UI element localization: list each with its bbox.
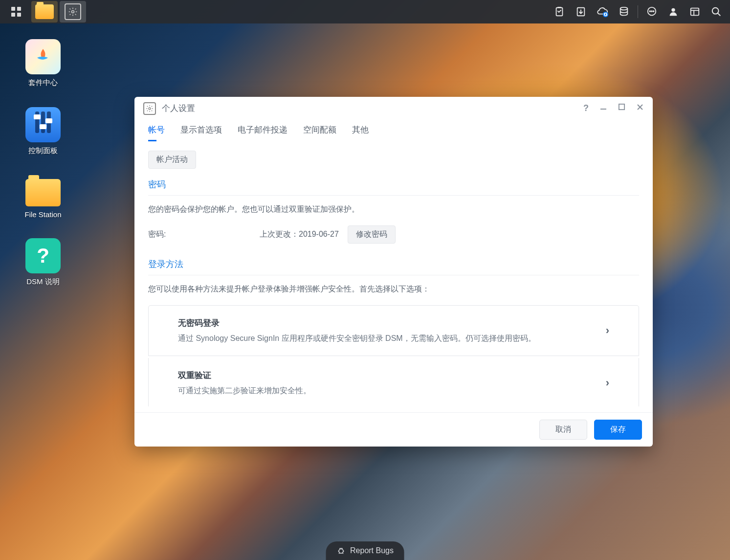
report-bugs-button[interactable]: Report Bugs xyxy=(326,541,404,560)
signin-methods-list: 无密码登录 通过 Synology Secure SignIn 应用程序或硬件安… xyxy=(148,305,639,406)
window-body: 帐户活动 密码 您的密码会保护您的帐户。您也可以通过双重验证加强保护。 密码: … xyxy=(134,142,653,406)
svg-point-8 xyxy=(620,7,628,10)
svg-point-11 xyxy=(651,11,652,12)
divider xyxy=(148,195,639,196)
tab-email[interactable]: 电子邮件投递 xyxy=(238,124,288,141)
svg-rect-3 xyxy=(17,13,21,17)
taskbar-personal-settings[interactable] xyxy=(60,1,86,22)
signin-method-title: 双重验证 xyxy=(178,370,606,381)
package-center-icon xyxy=(25,39,61,74)
settings-tabs: 帐号 显示首选项 电子邮件投递 空间配额 其他 xyxy=(134,120,653,142)
taskbar-storage-icon[interactable] xyxy=(613,1,635,22)
report-bugs-label: Report Bugs xyxy=(350,546,394,555)
minimize-button[interactable] xyxy=(599,103,607,113)
password-section-title: 密码 xyxy=(148,179,639,190)
chevron-right-icon: › xyxy=(606,377,609,389)
cancel-button[interactable]: 取消 xyxy=(539,420,587,440)
taskbar-separator xyxy=(638,5,638,18)
window-footer: 取消 保存 xyxy=(134,412,653,447)
taskbar xyxy=(0,0,730,23)
desktop-icon-file-station[interactable]: File Station xyxy=(19,175,67,219)
password-section-desc: 您的密码会保护您的帐户。您也可以通过双重验证加强保护。 xyxy=(148,204,639,215)
tab-quota[interactable]: 空间配额 xyxy=(303,124,336,141)
svg-line-18 xyxy=(718,13,721,16)
window-titlebar[interactable]: 个人设置 ? xyxy=(134,97,653,120)
desktop-icon-control-panel[interactable]: .ctrl-panel .slider:nth-child(1)::after{… xyxy=(19,107,67,156)
taskbar-chat-icon[interactable] xyxy=(641,1,663,22)
tab-display[interactable]: 显示首选项 xyxy=(180,124,222,141)
gear-icon xyxy=(143,102,156,115)
taskbar-download-icon[interactable] xyxy=(570,1,592,22)
main-menu-button[interactable] xyxy=(3,1,29,22)
signin-section-title: 登录方法 xyxy=(148,258,639,270)
desktop-icon-label: 控制面板 xyxy=(28,146,58,156)
svg-point-7 xyxy=(603,12,608,17)
bug-icon xyxy=(336,546,345,555)
desktop-icon-label: File Station xyxy=(24,210,61,219)
divider xyxy=(148,275,639,275)
chevron-right-icon: › xyxy=(606,324,609,337)
help-button[interactable]: ? xyxy=(583,103,589,113)
window-title: 个人设置 xyxy=(162,103,195,114)
folder-icon xyxy=(25,179,61,206)
svg-point-17 xyxy=(712,8,719,14)
desktop-icons: 套件中心 .ctrl-panel .slider:nth-child(1)::a… xyxy=(19,39,67,287)
svg-point-4 xyxy=(72,11,74,13)
desktop-icon-label: DSM 说明 xyxy=(26,277,60,287)
folder-icon xyxy=(35,4,54,19)
taskbar-widgets-icon[interactable] xyxy=(684,1,706,22)
tab-account[interactable]: 帐号 xyxy=(148,124,165,141)
svg-rect-21 xyxy=(619,104,624,110)
taskbar-cloud-sync-icon[interactable] xyxy=(592,1,613,22)
svg-point-19 xyxy=(149,108,151,110)
last-changed-text: 上次更改：2019-06-27 xyxy=(260,229,339,240)
tab-other[interactable]: 其他 xyxy=(352,124,369,141)
signin-method-title: 无密码登录 xyxy=(178,317,606,329)
password-row: 密码: 上次更改：2019-06-27 修改密码 xyxy=(148,225,639,244)
svg-rect-0 xyxy=(11,7,15,11)
gear-box-icon xyxy=(65,3,81,20)
desktop-icon-label: 套件中心 xyxy=(28,78,58,88)
change-password-button[interactable]: 修改密码 xyxy=(348,225,396,244)
taskbar-user-icon[interactable] xyxy=(663,1,684,22)
svg-point-10 xyxy=(649,11,650,12)
control-panel-icon: .ctrl-panel .slider:nth-child(1)::after{… xyxy=(25,107,61,142)
desktop-icon-dsm-help[interactable]: ? DSM 说明 xyxy=(19,238,67,287)
svg-rect-2 xyxy=(11,13,15,17)
personal-settings-window: 个人设置 ? 帐号 显示首选项 电子邮件投递 空间配额 其他 帐户活动 密码 您… xyxy=(134,97,653,447)
account-activity-button[interactable]: 帐户活动 xyxy=(148,151,196,169)
maximize-button[interactable] xyxy=(618,103,625,113)
signin-method-2fa[interactable]: 双重验证 可通过实施第二步验证来增加安全性。 › xyxy=(148,358,639,406)
password-label: 密码: xyxy=(148,229,251,240)
signin-section-desc: 您可以使用各种方法来提升帐户登录体验并增强帐户安全性。首先选择以下选项： xyxy=(148,284,639,294)
svg-rect-1 xyxy=(17,7,21,11)
close-button[interactable] xyxy=(636,103,644,113)
svg-rect-14 xyxy=(691,8,699,16)
taskbar-file-station[interactable] xyxy=(31,1,58,22)
svg-point-13 xyxy=(671,8,675,12)
desktop-icon-package-center[interactable]: 套件中心 xyxy=(19,39,67,88)
help-icon: ? xyxy=(25,238,61,273)
taskbar-search-icon[interactable] xyxy=(706,1,727,22)
signin-method-passwordless[interactable]: 无密码登录 通过 Synology Secure SignIn 应用程序或硬件安… xyxy=(148,305,639,356)
signin-method-desc: 可通过实施第二步验证来增加安全性。 xyxy=(178,386,606,396)
svg-point-12 xyxy=(653,11,654,12)
signin-method-desc: 通过 Synology Secure SignIn 应用程序或硬件安全密钥登录 … xyxy=(178,334,606,344)
save-button[interactable]: 保存 xyxy=(594,420,642,440)
taskbar-clipboard-icon[interactable] xyxy=(549,1,570,22)
